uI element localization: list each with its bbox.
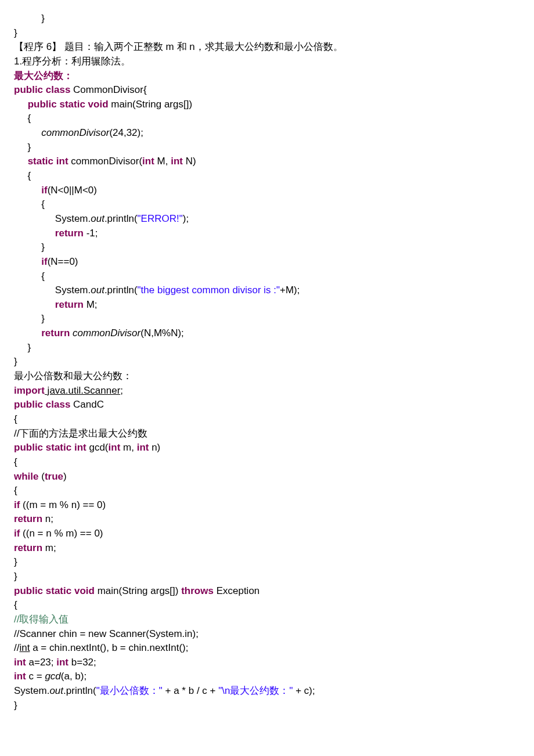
code-block-1: public class CommonDivisor{ public stati… [14,83,520,369]
section-header-lcm: 最小公倍数和最大公约数： [14,369,520,384]
program-title: 【程序 6】 题目：输入两个正整数 m 和 n，求其最大公约数和最小公倍数。 [14,40,520,55]
closing-brace-1: } [14,12,520,26]
section-header-gcd: 最大公约数： [14,69,520,84]
closing-brace-2: } [14,26,520,41]
analysis-text: 1.程序分析：利用辗除法。 [14,55,520,69]
code-block-2: import java.util.Scanner; public class C… [14,384,520,713]
